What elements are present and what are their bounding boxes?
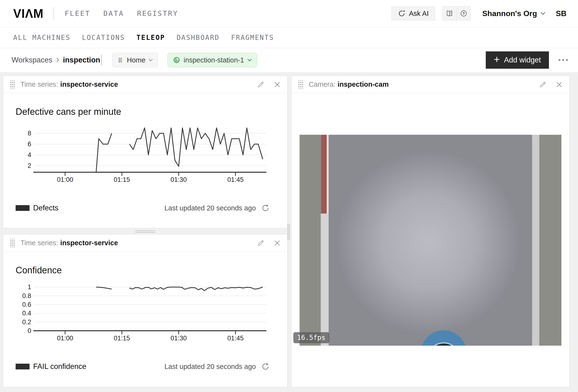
close-icon[interactable]: [274, 81, 281, 88]
ask-ai-label: Ask AI: [409, 10, 429, 17]
close-icon[interactable]: [274, 240, 281, 246]
tab-locations[interactable]: LOCATIONS: [82, 34, 125, 42]
widget-type-label: Time series:: [20, 239, 58, 247]
svg-text:01:45: 01:45: [227, 176, 243, 183]
tab-fragments[interactable]: FRAGMENTS: [231, 34, 274, 42]
svg-text:01:15: 01:15: [114, 176, 130, 183]
tab-dashboard[interactable]: DASHBOARD: [177, 34, 220, 42]
machine-selector[interactable]: inspection-station-1: [167, 53, 257, 67]
svg-text:?: ?: [462, 11, 465, 15]
widget-title: Time series: inspector-service: [20, 239, 118, 247]
location-label: Home: [127, 56, 145, 64]
svg-text:01:30: 01:30: [171, 335, 187, 342]
workspace-toolbar: Workspaces inspection Home inspection-st…: [0, 48, 578, 72]
tab-all-machines[interactable]: ALL MACHINES: [13, 34, 70, 42]
refresh-icon[interactable]: [262, 363, 269, 370]
svg-text:2: 2: [28, 162, 31, 169]
legend-swatch: [16, 205, 30, 211]
svg-text:0.6: 0.6: [22, 301, 31, 308]
text-caret: [101, 55, 102, 65]
ask-ai-button[interactable]: Ask AI: [391, 6, 435, 20]
app-header: VIΛM FLEET DATA REGISTRY Ask AI ?: [0, 0, 578, 27]
row-resize-handle[interactable]: [135, 230, 155, 234]
time-series-widget-defects: Time series: inspector-service Defective…: [3, 76, 288, 228]
org-switcher[interactable]: Shannon's Org: [482, 9, 545, 18]
building-icon: [117, 57, 124, 63]
svg-text:01:45: 01:45: [227, 335, 243, 342]
svg-text:1: 1: [28, 284, 31, 291]
legend-label: Defects: [33, 204, 58, 212]
chart-legend-row: FAIL confidence Last updated 20 seconds …: [16, 362, 269, 371]
svg-text:01:00: 01:00: [57, 176, 73, 183]
svg-text:01:00: 01:00: [57, 335, 73, 342]
column-resize-handle[interactable]: [288, 224, 290, 240]
widget-type-label: Time series:: [20, 81, 58, 88]
fps-badge: 16.5fps: [293, 332, 329, 343]
chart-title: Defective cans per minute: [16, 107, 287, 117]
viam-logo[interactable]: VIΛM: [13, 6, 44, 21]
svg-text:01:15: 01:15: [114, 335, 130, 342]
widget-title: Camera: inspection-cam: [309, 81, 389, 88]
widget-header: Time series: inspector-service: [3, 76, 287, 93]
more-options-button[interactable]: •••: [558, 56, 569, 64]
ask-ai-sparkle-icon: [398, 10, 405, 17]
svg-text:01:30: 01:30: [171, 176, 187, 183]
widget-resource-name: inspector-service: [60, 81, 118, 88]
fleet-tabs-bar: ALL MACHINES LOCATIONS TELEOP DASHBOARD …: [0, 27, 578, 48]
edit-pencil-icon[interactable]: [257, 81, 264, 88]
svg-text:6: 6: [28, 141, 31, 148]
docs-button[interactable]: [442, 6, 456, 20]
drag-handle-icon[interactable]: [10, 80, 15, 89]
header-divider: [53, 7, 54, 20]
workspace-name-field[interactable]: inspection: [63, 56, 100, 64]
widget-resource-name: inspector-service: [60, 239, 118, 247]
confidence-chart-canvas: 00.20.40.60.8101:0001:1501:3001:45: [13, 279, 267, 344]
chevron-down-icon: [247, 59, 252, 62]
book-icon: [446, 10, 453, 17]
add-widget-label: Add widget: [504, 56, 541, 64]
svg-text:0.8: 0.8: [22, 292, 31, 299]
tab-teleop[interactable]: TELEOP: [137, 34, 165, 42]
last-updated-text: Last updated 20 seconds ago: [164, 363, 256, 371]
refresh-icon[interactable]: [262, 204, 269, 212]
nav-item-fleet[interactable]: FLEET: [65, 9, 90, 17]
legend-swatch: [16, 364, 30, 369]
help-button-group: ?: [442, 6, 471, 21]
drag-handle-icon[interactable]: [298, 80, 303, 89]
nav-item-data[interactable]: DATA: [103, 9, 124, 17]
camera-widget: Camera: inspection-cam: [291, 76, 570, 387]
svg-text:0.2: 0.2: [22, 318, 31, 326]
chevron-down-icon: [540, 12, 545, 15]
drag-handle-icon[interactable]: [10, 239, 15, 247]
svg-text:0.4: 0.4: [22, 310, 31, 317]
widget-type-label: Camera:: [309, 81, 335, 88]
add-widget-button[interactable]: + Add widget: [486, 51, 549, 69]
widget-title: Time series: inspector-service: [20, 81, 118, 88]
user-avatar[interactable]: SB: [556, 9, 567, 18]
chart-title: Confidence: [16, 265, 287, 276]
edit-pencil-icon[interactable]: [257, 240, 264, 247]
location-selector[interactable]: Home: [112, 53, 158, 67]
primary-nav: FLEET DATA REGISTRY: [65, 9, 191, 17]
svg-text:0: 0: [28, 327, 31, 334]
close-icon[interactable]: [556, 81, 563, 88]
breadcrumb-separator-icon: [56, 57, 60, 63]
machine-label: inspection-station-1: [184, 56, 244, 64]
widget-resource-name: inspection-cam: [337, 81, 389, 88]
edit-pencil-icon[interactable]: [539, 81, 546, 88]
question-circle-icon: ?: [460, 10, 468, 17]
help-button[interactable]: ?: [456, 6, 470, 20]
machine-broadcast-icon: [173, 56, 180, 64]
time-series-widget-confidence: Time series: inspector-service Confidenc…: [3, 234, 288, 387]
camera-feed-container: 16.5fps: [291, 93, 569, 387]
camera-feed-image: [300, 135, 561, 346]
nav-item-registry[interactable]: REGISTRY: [137, 9, 178, 17]
defects-chart-canvas: 246801:0001:1501:3001:45: [13, 121, 267, 185]
chevron-down-icon: [148, 59, 153, 62]
svg-text:4: 4: [28, 151, 31, 158]
svg-text:8: 8: [28, 130, 31, 137]
widget-header: Camera: inspection-cam: [291, 76, 569, 93]
last-updated-text: Last updated 20 seconds ago: [164, 204, 256, 212]
plus-icon: +: [494, 54, 500, 65]
breadcrumb-workspaces[interactable]: Workspaces: [11, 56, 52, 64]
